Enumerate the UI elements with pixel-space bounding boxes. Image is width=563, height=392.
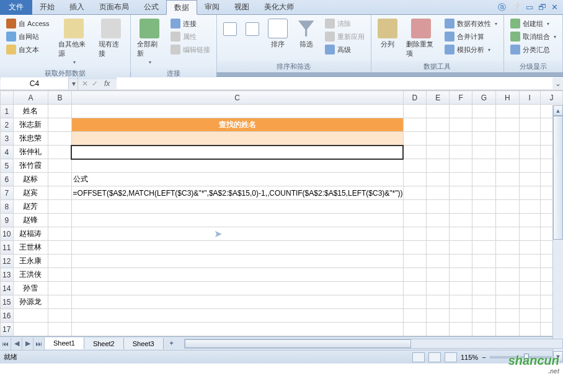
cell[interactable] xyxy=(427,146,450,159)
sort-asc-button[interactable] xyxy=(219,16,241,38)
tab-pagelayout[interactable]: 页面布局 xyxy=(92,0,136,15)
cell[interactable] xyxy=(472,159,496,173)
tab-formulas[interactable]: 公式 xyxy=(136,0,166,15)
cell[interactable] xyxy=(496,268,520,282)
cell[interactable] xyxy=(496,132,520,146)
tab-insert[interactable]: 插入 xyxy=(62,0,92,15)
cell[interactable] xyxy=(519,132,540,146)
sheet-tab[interactable]: Sheet1 xyxy=(45,338,84,349)
cell[interactable] xyxy=(48,295,71,309)
cell[interactable]: 孙雪 xyxy=(13,282,48,295)
cell[interactable] xyxy=(450,227,472,241)
cell[interactable] xyxy=(450,132,472,146)
refresh-all-button[interactable]: 全部刷新▾ xyxy=(133,16,166,68)
cell[interactable] xyxy=(472,309,496,323)
col-header[interactable]: G xyxy=(472,91,496,105)
cell[interactable] xyxy=(71,268,403,282)
col-header[interactable]: I xyxy=(519,91,540,105)
sheet-tab[interactable]: Sheet3 xyxy=(124,338,164,349)
scroll-up-icon[interactable]: ▲ xyxy=(553,105,563,116)
cell[interactable] xyxy=(403,200,427,214)
what-if-button[interactable]: 模拟分析▾ xyxy=(442,43,500,56)
cell[interactable] xyxy=(496,282,520,295)
row-header[interactable]: 13 xyxy=(1,268,14,282)
select-all-corner[interactable] xyxy=(1,91,14,105)
cell[interactable] xyxy=(519,118,540,132)
cell[interactable] xyxy=(48,186,71,200)
cell[interactable] xyxy=(48,255,71,268)
zoom-slider[interactable] xyxy=(490,356,552,359)
properties-button[interactable]: 属性 xyxy=(168,30,213,43)
row-header[interactable]: 8 xyxy=(1,200,14,214)
row-header[interactable]: 17 xyxy=(1,323,14,336)
cell[interactable] xyxy=(519,241,540,255)
cell[interactable] xyxy=(472,186,496,200)
row-header[interactable]: 2 xyxy=(1,118,14,132)
cell[interactable] xyxy=(496,295,520,309)
vertical-scrollbar[interactable]: ▲ ▼ xyxy=(552,105,563,362)
cell[interactable] xyxy=(48,309,71,323)
cell[interactable]: 张志新 xyxy=(13,118,48,132)
cell[interactable] xyxy=(427,200,450,214)
cell[interactable]: 公式 xyxy=(71,173,403,186)
group-button[interactable]: 创建组▾ xyxy=(508,17,559,30)
connections-button[interactable]: 连接 xyxy=(168,17,213,30)
cell[interactable]: =OFFSET($A$2,MATCH(LEFT($C3)&"*",$A$2:$A… xyxy=(71,186,403,200)
cell[interactable] xyxy=(403,118,427,132)
cell[interactable] xyxy=(71,159,403,173)
cell[interactable] xyxy=(519,159,540,173)
zoom-thumb[interactable] xyxy=(524,354,529,361)
cell[interactable] xyxy=(450,323,472,336)
cell[interactable]: 姓名 xyxy=(13,105,48,118)
cell[interactable] xyxy=(48,227,71,241)
window-close-icon[interactable]: ✕ xyxy=(551,2,558,12)
cell[interactable] xyxy=(472,214,496,227)
cell[interactable] xyxy=(48,105,71,118)
cell[interactable] xyxy=(48,241,71,255)
cell[interactable] xyxy=(496,173,520,186)
cell[interactable] xyxy=(496,146,520,159)
row-header[interactable]: 14 xyxy=(1,282,14,295)
cell[interactable] xyxy=(496,118,520,132)
cell[interactable] xyxy=(450,309,472,323)
row-header[interactable]: 12 xyxy=(1,255,14,268)
cell[interactable] xyxy=(403,241,427,255)
cell[interactable] xyxy=(519,200,540,214)
cell[interactable] xyxy=(403,255,427,268)
cell[interactable] xyxy=(450,173,472,186)
cell[interactable] xyxy=(403,105,427,118)
cell[interactable] xyxy=(71,323,403,336)
row-header[interactable]: 11 xyxy=(1,241,14,255)
cell[interactable] xyxy=(450,146,472,159)
filter-button[interactable]: 筛选 xyxy=(293,16,320,51)
cell[interactable] xyxy=(427,214,450,227)
cell[interactable]: 王永康 xyxy=(13,255,48,268)
cell[interactable] xyxy=(519,323,540,336)
cell[interactable] xyxy=(472,295,496,309)
horizontal-scrollbar[interactable] xyxy=(184,339,563,349)
row-header[interactable]: 3 xyxy=(1,132,14,146)
help-icon[interactable]: ❔ xyxy=(511,2,521,12)
cell[interactable] xyxy=(450,159,472,173)
cell[interactable]: 王世林 xyxy=(13,241,48,255)
sheet-nav-first[interactable]: ⏮ xyxy=(0,338,11,350)
cell[interactable] xyxy=(450,268,472,282)
cell[interactable] xyxy=(403,268,427,282)
cell[interactable]: 张竹霞 xyxy=(13,159,48,173)
cell[interactable] xyxy=(496,105,520,118)
cell[interactable] xyxy=(496,227,520,241)
cell[interactable] xyxy=(472,146,496,159)
cell[interactable] xyxy=(427,241,450,255)
cell[interactable] xyxy=(519,268,540,282)
cell[interactable] xyxy=(450,214,472,227)
tab-home[interactable]: 开始 xyxy=(32,0,62,15)
cell[interactable] xyxy=(496,200,520,214)
cell[interactable] xyxy=(427,132,450,146)
cell[interactable] xyxy=(519,186,540,200)
sheet-nav-last[interactable]: ⏭ xyxy=(33,338,45,350)
col-header[interactable]: D xyxy=(403,91,427,105)
cell[interactable]: 查找的姓名 xyxy=(71,118,403,132)
cell[interactable] xyxy=(472,118,496,132)
sort-desc-button[interactable] xyxy=(242,16,263,38)
cell[interactable] xyxy=(71,295,403,309)
